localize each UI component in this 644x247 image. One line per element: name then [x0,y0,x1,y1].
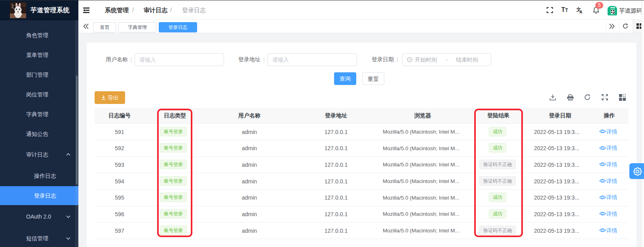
svg-text:A: A [579,10,582,13]
